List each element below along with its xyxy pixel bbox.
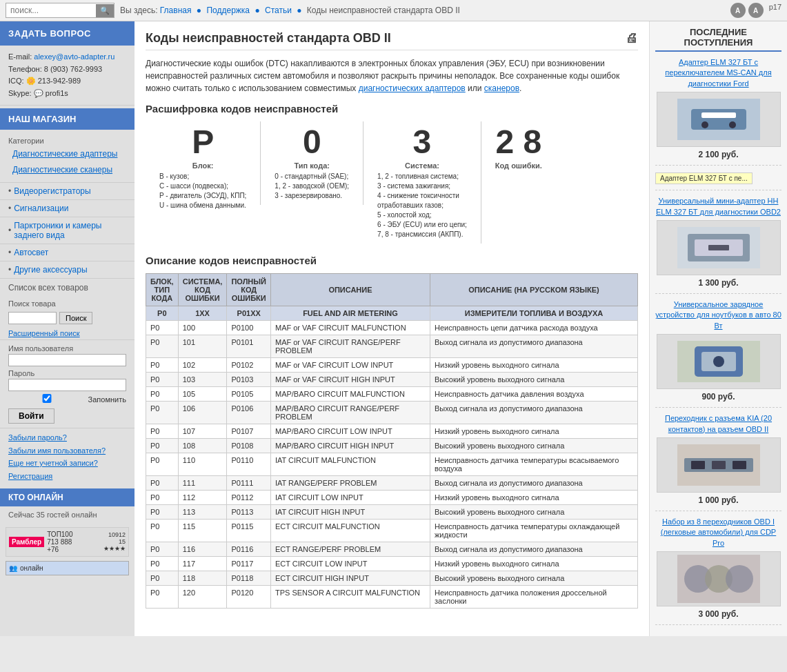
skype-icon: 💬	[34, 89, 43, 97]
breadcrumb-sep2: ●	[255, 6, 262, 15]
product-link-6[interactable]: Набор из 8 переходников OBD I (легковые …	[655, 517, 781, 549]
scanners-link[interactable]: сканеров	[484, 83, 519, 93]
breadcrumb-support[interactable]: Поддержка	[206, 6, 250, 15]
table-cell-c3: P0113	[227, 505, 271, 520]
main-content: Коды неисправностей стандарта OBD II 🖨 Д…	[135, 21, 649, 636]
icq-icon: 🌼	[26, 77, 36, 85]
product-item-1: Адаптер ELM 327 БТ с переключателем MS-C…	[655, 57, 781, 166]
rambler-widget[interactable]: Рамблер ТОП100 713 888 +76 10912 15 ★★★★	[6, 527, 129, 557]
errors-section-title: Описание кодов неисправностей	[146, 255, 638, 266]
search-input[interactable]	[6, 3, 96, 17]
email-label: E-mail:	[8, 52, 32, 61]
remember-row: Запомнить	[8, 394, 126, 406]
search-button[interactable]: 🔍	[96, 4, 114, 17]
table-row: P0113P0113IAT CIRCUIT HIGH INPUTВысокий …	[146, 505, 638, 520]
table-row: P0102P0102MAF or VAF CIRCUIT LOW INPUTНи…	[146, 358, 638, 373]
table-row: P0112P0112IAT CIRCUIT LOW INPUTНизкий ур…	[146, 491, 638, 505]
table-row: P0100P0100MAF or VAF CIRCUIT MALFUNCTION…	[146, 321, 638, 335]
advanced-search-link[interactable]: Расширенный поиск	[0, 327, 135, 339]
no-account-link[interactable]: Еще нет учетной записи?	[8, 457, 126, 470]
product-link-3[interactable]: Универсальный мини-адаптер HH ELM 327 БТ…	[655, 196, 781, 217]
breadcrumb-sep3: ●	[297, 6, 304, 15]
table-cell-c1: P0	[146, 358, 179, 373]
table-cell-c2: 106	[178, 402, 227, 424]
table-cell-c2: 103	[178, 373, 227, 387]
table-cell-c4: TPS SENSOR A CIRCUIT MALFUNCTION	[270, 586, 430, 609]
product-item-6: Набор из 8 переходников OBD I (легковые …	[655, 517, 781, 625]
table-cell-c3: P0112	[227, 491, 271, 505]
table-cell-c3: P0105	[227, 387, 271, 402]
code-label-type: Тип кода:	[275, 161, 349, 170]
table-cell-c5: Высокий уровень выходного сигнала	[430, 505, 638, 520]
svg-rect-15	[691, 461, 705, 469]
table-cell-c2: 110	[178, 453, 227, 476]
product-link-4[interactable]: Универсальное зарядное устройство для но…	[655, 299, 781, 331]
product-search-button[interactable]: Поиск	[59, 312, 92, 324]
print-icon[interactable]: 🖨	[626, 31, 638, 46]
table-row: P0117P0117ECT CIRCUIT LOW INPUTНизкий ур…	[146, 557, 638, 571]
categories-section: Категории Диагностические адаптеры Диагн…	[0, 130, 135, 183]
table-row: P0115P0115ECT CIRCUIT MALFUNCTIONНеиспра…	[146, 520, 638, 542]
table-cell-c2: 108	[178, 439, 227, 453]
breadcrumb: Вы здесь: Главная ● Поддержка ● Статьи ●…	[120, 6, 460, 15]
table-row: P0105P0105MAP/BARO CIRCUIT MALFUNCTIONНе…	[146, 387, 638, 402]
table-cell-c2: 107	[178, 424, 227, 439]
bottom-widget[interactable]: 👥 онлайн	[6, 561, 129, 575]
forgot-password-link[interactable]: Забыли пароль?	[8, 431, 126, 444]
register-link[interactable]: Регистрация	[8, 470, 126, 483]
cat-col1: P0	[146, 306, 179, 321]
all-goods-link[interactable]: Список всех товаров	[0, 279, 135, 297]
cat-col3: P01XX	[227, 306, 271, 321]
password-input[interactable]	[8, 379, 126, 391]
table-cell-c2: 111	[178, 476, 227, 491]
product-item-5: Переходник с разъема KIA (20 контактов) …	[655, 413, 781, 511]
product-search-input[interactable]	[8, 312, 57, 324]
decode-section-title: Расшифровка кодов неисправностей	[146, 103, 638, 115]
sidebar-item-parking[interactable]: Парктроники и камеры заднего вида	[0, 217, 135, 244]
product-price-4: 900 руб.	[655, 392, 781, 402]
table-row: P0118P0118ECT CIRCUIT HIGH INPUTВысокий …	[146, 571, 638, 586]
table-cell-c2: 105	[178, 387, 227, 402]
rambler-logo: Рамблер	[9, 537, 44, 547]
user-icons: A A p17	[730, 3, 781, 18]
code-label-system: Система:	[377, 161, 467, 170]
sidebar-item-video[interactable]: Видеорегистраторы	[0, 183, 135, 200]
product-link-5[interactable]: Переходник с разъема KIA (20 контактов) …	[655, 413, 781, 435]
email-link[interactable]: alexey@avto-adapter.ru	[34, 52, 114, 61]
search-box[interactable]: 🔍	[6, 3, 114, 18]
sidebar-item-alarm[interactable]: Сигнализации	[0, 200, 135, 217]
svg-point-3	[701, 121, 708, 128]
breadcrumb-articles[interactable]: Статьи	[265, 6, 292, 15]
cat-col2: 1XX	[178, 306, 227, 321]
table-row: P0107P0107MAP/BARO CIRCUIT LOW INPUTНизк…	[146, 424, 638, 439]
breadcrumb-home[interactable]: Главная	[160, 6, 192, 15]
table-cell-c5: Высокий уровень выходного сигнала	[430, 571, 638, 586]
sidebar-item-lights[interactable]: Автосвет	[0, 244, 135, 261]
widget-text: онлайн	[20, 564, 43, 572]
user-icon-2[interactable]: A	[748, 3, 764, 18]
product-image-3	[657, 220, 781, 275]
table-cell-c2: 101	[178, 335, 227, 358]
adapters-link[interactable]: диагностических адаптеров	[359, 83, 466, 93]
icq-value: 213-942-989	[38, 77, 81, 85]
th-full-code: ПОЛНЫЙКОДОШИБКИ	[227, 274, 271, 306]
table-cell-c5: Низкий уровень выходного сигнала	[430, 557, 638, 571]
code-label-block: Блок:	[159, 161, 246, 170]
user-icon-1[interactable]: A	[730, 3, 746, 18]
sidebar-item-diag-adapters[interactable]: Диагностические адаптеры	[0, 146, 135, 162]
table-cell-c1: P0	[146, 542, 179, 557]
login-section: Имя пользователя Пароль Запомнить Войти	[0, 339, 135, 428]
remember-checkbox[interactable]	[8, 394, 86, 403]
forgot-username-link[interactable]: Забыли имя пользователя?	[8, 444, 126, 457]
sidebar-item-accessories[interactable]: Другие аксессуары	[0, 261, 135, 279]
login-button[interactable]: Войти	[8, 408, 54, 424]
sidebar-item-diag-scanners[interactable]: Диагностические сканеры	[0, 162, 135, 178]
who-online-header: КТО ОНЛАЙН	[0, 488, 135, 506]
table-cell-c3: P0103	[227, 373, 271, 387]
page-title-text: Коды неисправностей стандарта OBD II	[146, 31, 391, 46]
table-cell-c3: P0100	[227, 321, 271, 335]
sidebar-contacts: E-mail: alexey@avto-adapter.ru Телефон: …	[0, 46, 135, 106]
rambler-stat1: 713 888	[47, 538, 72, 546]
product-link-1[interactable]: Адаптер ELM 327 БТ с переключателем MS-C…	[655, 57, 781, 89]
username-input[interactable]	[8, 354, 126, 366]
